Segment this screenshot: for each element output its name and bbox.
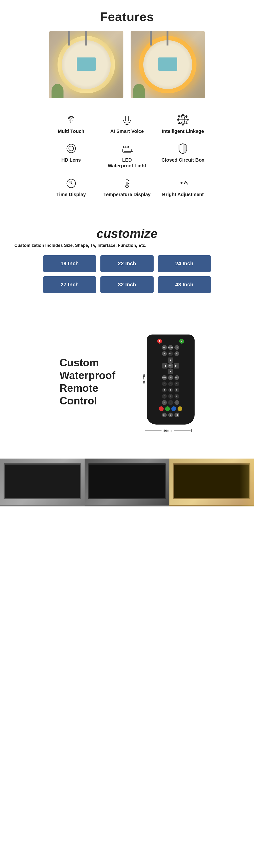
num4-button[interactable]: 4 xyxy=(162,388,167,393)
feature-closed-circuit-box-label: Closed Circuit Box xyxy=(162,157,204,163)
feature-time-display-label: Time Display xyxy=(56,191,86,197)
size-btn-24[interactable]: 24 Inch xyxy=(158,255,211,272)
mirror-image-left xyxy=(49,31,123,98)
dpad: ▲ ◀ OK ▶ ▼ xyxy=(150,358,191,374)
mirror-images-row xyxy=(5,31,249,98)
vol-up-button[interactable]: + xyxy=(162,351,167,356)
feature-temperature-display: Temperature Display xyxy=(99,173,155,200)
dot-button[interactable]: · xyxy=(174,400,179,405)
shield-icon xyxy=(176,141,190,156)
blue-button[interactable] xyxy=(171,406,176,411)
display-button[interactable]: DISP xyxy=(174,345,179,350)
ffwd-button[interactable]: ⏭ xyxy=(174,412,179,417)
smart-button[interactable]: SMART xyxy=(162,375,167,380)
svg-point-19 xyxy=(69,146,74,151)
feature-intelligent-linkage: Intelligent Linkage xyxy=(155,110,211,136)
exit-button[interactable]: EXIT xyxy=(168,375,173,380)
svg-point-15 xyxy=(186,116,188,117)
customize-subtitle: Customization Includes Size, Shape, Tv, … xyxy=(9,243,245,248)
bottom-image-2 xyxy=(85,459,169,506)
num9-button[interactable]: 9 xyxy=(174,394,179,399)
bottom-image-3 xyxy=(169,459,254,506)
source-button[interactable]: SRC xyxy=(162,345,167,350)
svg-rect-3 xyxy=(125,116,129,121)
svg-point-18 xyxy=(67,144,76,153)
ch-up-button[interactable]: ▲ xyxy=(174,351,179,356)
num7-button[interactable]: 7 xyxy=(162,394,167,399)
menu-button[interactable]: MENU xyxy=(168,345,173,350)
section-divider-2 xyxy=(21,298,233,298)
led-icon: LED ▬▬▬▬ xyxy=(120,141,134,156)
size-btn-19[interactable]: 19 Inch xyxy=(43,255,96,272)
feature-led-waterproof-label: LED Waterproof Light xyxy=(108,157,146,168)
features-section: Features xyxy=(0,0,254,217)
svg-point-13 xyxy=(188,119,189,120)
num5-button[interactable]: 5 xyxy=(168,388,173,393)
brightness-icon xyxy=(176,176,190,190)
dpad-up[interactable]: ▲ xyxy=(168,358,173,363)
touch-icon xyxy=(64,113,78,127)
red-button[interactable] xyxy=(159,406,164,411)
mirror-image-right xyxy=(131,31,205,98)
num8-button[interactable]: 8 xyxy=(168,394,173,399)
num1-button[interactable]: 1 xyxy=(162,381,167,386)
feature-closed-circuit-box: Closed Circuit Box xyxy=(155,139,211,171)
ok-button[interactable]: OK xyxy=(168,351,173,356)
feature-multi-touch-label: Multi Touch xyxy=(58,128,84,134)
lens-icon xyxy=(64,141,78,156)
feature-bright-adjustment-label: Bright Adjustment xyxy=(162,191,204,197)
remote-title: Custom Waterproof Remote Control xyxy=(60,356,127,407)
section-divider-1 xyxy=(17,207,237,207)
features-title: Features xyxy=(5,9,249,24)
svg-point-17 xyxy=(186,123,188,124)
thermometer-icon xyxy=(120,176,134,190)
dpad-empty-tl xyxy=(162,358,168,363)
svg-text:LED: LED xyxy=(123,145,129,149)
remote-section: Custom Waterproof Remote Control 180mm ⏻ xyxy=(0,308,254,452)
num2-button[interactable]: 2 xyxy=(168,381,173,386)
width-measurement: 56mm xyxy=(144,429,192,432)
svg-text:▬▬▬▬: ▬▬▬▬ xyxy=(124,150,133,152)
yellow-button[interactable] xyxy=(177,406,182,411)
mute-button[interactable]: 🔇 xyxy=(179,339,184,344)
feature-hd-lens-label: HD Lens xyxy=(61,157,81,163)
features-grid: Multi Touch AI Smart Voice xyxy=(43,108,211,202)
remote-body: ⏻ 🔇 SRC MENU DISP + OK ▲ xyxy=(147,335,195,425)
size-btn-32[interactable]: 32 Inch xyxy=(101,276,153,293)
svg-point-16 xyxy=(178,123,180,124)
feature-hd-lens: HD Lens xyxy=(43,139,99,171)
rewind-button[interactable]: ⏮ xyxy=(162,412,167,417)
bottom-images-row xyxy=(0,459,254,506)
mic-icon xyxy=(120,113,134,127)
size-btn-43[interactable]: 43 Inch xyxy=(158,276,211,293)
remote-with-measurements: 180mm ⏻ 🔇 SRC MENU DISP xyxy=(141,335,195,425)
num0-button[interactable]: 0 xyxy=(168,400,173,405)
feature-ai-smart-voice: AI Smart Voice xyxy=(99,110,155,136)
power-button[interactable]: ⏻ xyxy=(157,339,162,344)
back-button[interactable]: BACK xyxy=(174,375,179,380)
num6-button[interactable]: 6 xyxy=(174,388,179,393)
size-grid: 19 Inch 22 Inch 24 Inch 27 Inch 32 Inch … xyxy=(43,255,211,293)
feature-time-display: Time Display xyxy=(43,173,99,200)
svg-point-11 xyxy=(182,124,184,125)
size-btn-27[interactable]: 27 Inch xyxy=(43,276,96,293)
play-button[interactable]: ▶ xyxy=(168,412,173,417)
green-button[interactable] xyxy=(165,406,170,411)
feature-temperature-display-label: Temperature Display xyxy=(104,191,150,197)
feature-multi-touch: Multi Touch xyxy=(43,110,99,136)
dpad-right[interactable]: ▶ xyxy=(174,363,179,369)
feature-bright-adjustment: Bright Adjustment xyxy=(155,173,211,200)
svg-point-14 xyxy=(178,116,180,117)
dpad-center[interactable]: OK xyxy=(168,363,173,369)
dpad-left[interactable]: ◀ xyxy=(162,363,168,369)
dash-button[interactable]: - xyxy=(162,400,167,405)
dpad-down[interactable]: ▼ xyxy=(168,369,173,374)
size-btn-22[interactable]: 22 Inch xyxy=(101,255,153,272)
num3-button[interactable]: 3 xyxy=(174,381,179,386)
bottom-image-1 xyxy=(0,459,85,506)
clock-icon xyxy=(64,176,78,190)
feature-intelligent-linkage-label: Intelligent Linkage xyxy=(162,128,204,134)
svg-point-10 xyxy=(182,114,184,116)
feature-ai-smart-voice-label: AI Smart Voice xyxy=(110,128,144,134)
remote-title-block: Custom Waterproof Remote Control xyxy=(60,356,127,407)
